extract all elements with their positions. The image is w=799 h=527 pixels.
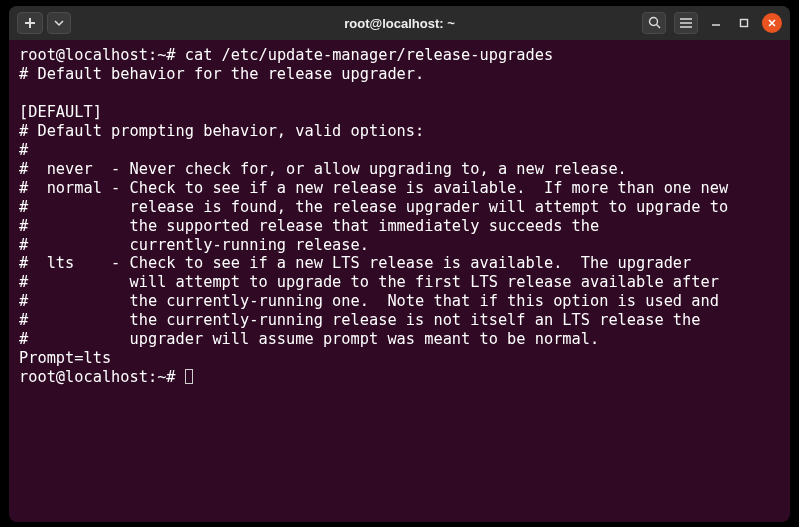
minimize-icon — [711, 18, 721, 28]
titlebar-left-controls — [17, 12, 71, 34]
maximize-button[interactable] — [734, 13, 754, 33]
output-line: # Default behavior for the release upgra… — [19, 65, 424, 83]
close-icon — [767, 18, 777, 28]
titlebar-right-controls — [642, 12, 782, 34]
chevron-down-icon — [54, 18, 64, 28]
terminal-window: root@localhost: ~ — [9, 6, 790, 522]
terminal-body[interactable]: root@localhost:~# cat /etc/update-manage… — [9, 40, 790, 522]
close-button[interactable] — [762, 13, 782, 33]
hamburger-menu-button[interactable] — [674, 12, 698, 34]
output-line: # release is found, the release upgrader… — [19, 198, 728, 216]
svg-rect-3 — [741, 20, 748, 27]
titlebar: root@localhost: ~ — [9, 6, 790, 40]
search-icon — [648, 14, 661, 33]
shell-prompt: root@localhost:~# — [19, 368, 176, 386]
output-line: # Default prompting behavior, valid opti… — [19, 122, 424, 140]
output-line: # normal - Check to see if a new release… — [19, 179, 728, 197]
output-line: [DEFAULT] — [19, 103, 102, 121]
command-text: cat /etc/update-manager/release-upgrades — [185, 46, 553, 64]
output-line: # — [19, 141, 28, 159]
output-line: # will attempt to upgrade to the first L… — [19, 273, 719, 291]
output-line: # currently-running release. — [19, 236, 369, 254]
plus-icon — [24, 17, 36, 29]
tab-menu-button[interactable] — [47, 12, 71, 34]
search-button[interactable] — [642, 12, 666, 34]
new-tab-button[interactable] — [17, 12, 43, 34]
output-line: # never - Never check for, or allow upgr… — [19, 160, 627, 178]
output-line: # lts - Check to see if a new LTS releas… — [19, 254, 691, 272]
output-line: # upgrader will assume prompt was meant … — [19, 330, 599, 348]
cursor — [185, 369, 193, 384]
output-line: # the currently-running release is not i… — [19, 311, 701, 329]
output-line: # the supported release that immediately… — [19, 217, 599, 235]
hamburger-icon — [679, 14, 693, 33]
svg-line-1 — [656, 24, 660, 28]
minimize-button[interactable] — [706, 13, 726, 33]
svg-point-0 — [649, 17, 657, 25]
shell-prompt: root@localhost:~# — [19, 46, 176, 64]
output-line: # the currently-running one. Note that i… — [19, 292, 719, 310]
output-line: Prompt=lts — [19, 349, 111, 367]
maximize-icon — [739, 18, 749, 28]
